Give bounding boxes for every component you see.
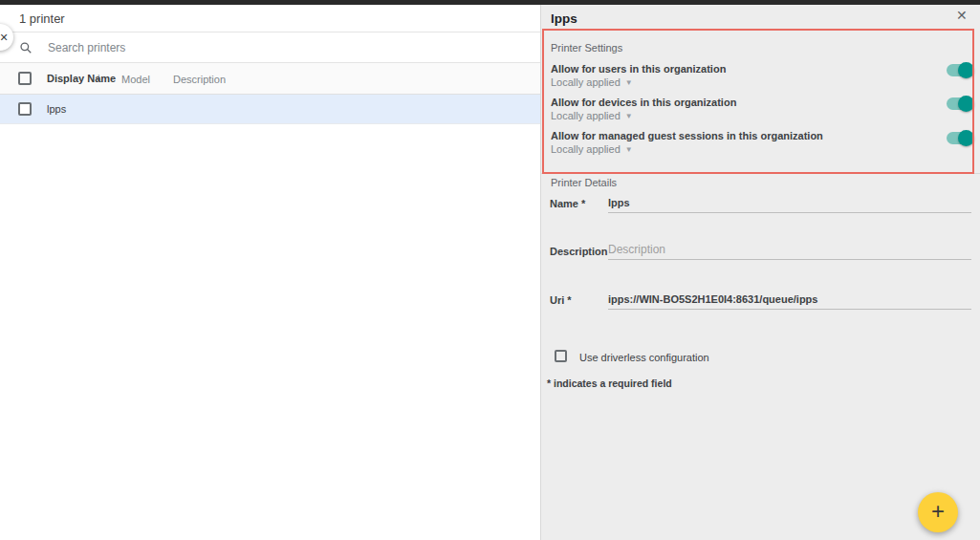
- required-field-note: * indicates a required field: [547, 378, 672, 389]
- driverless-label: Use driverless configuration: [579, 352, 709, 363]
- toggle-thumb: [958, 96, 974, 112]
- plus-icon: +: [931, 500, 945, 523]
- toggle-devices[interactable]: [947, 95, 973, 112]
- applied-text: Locally applied: [551, 110, 621, 121]
- name-input[interactable]: [608, 192, 971, 213]
- toggle-thumb: [958, 62, 974, 78]
- search-icon: [19, 41, 33, 54]
- printer-detail-panel: lpps ✕ Printer Settings Allow for users …: [540, 5, 980, 540]
- driverless-checkbox[interactable]: [555, 350, 567, 362]
- select-all-checkbox[interactable]: [18, 72, 32, 85]
- name-field-label: Name *: [550, 198, 585, 209]
- dropdown-arrow-icon: ▼: [625, 112, 633, 120]
- top-window-strip: [0, 0, 980, 5]
- search-input[interactable]: [48, 41, 430, 54]
- toggle-guest-sessions[interactable]: [947, 129, 973, 146]
- column-header-display-name[interactable]: Display Name: [47, 73, 116, 84]
- search-bar: [0, 32, 540, 63]
- description-field-label: Description: [550, 246, 608, 257]
- table-header-row: Display Name ↓ Model Description: [0, 63, 540, 95]
- toggle-thumb: [958, 130, 974, 146]
- applied-text: Locally applied: [551, 143, 621, 155]
- column-header-model[interactable]: Model: [121, 74, 150, 85]
- printer-count-label: 1 printer: [19, 11, 65, 26]
- uri-field-label: Uri *: [550, 294, 572, 306]
- printer-settings-label: Printer Settings: [551, 42, 622, 54]
- printer-row-lpps[interactable]: lpps: [0, 95, 540, 124]
- uri-input[interactable]: [608, 289, 971, 310]
- row-checkbox[interactable]: [18, 102, 32, 116]
- section-divider: [541, 173, 980, 174]
- toggle-label-users: Allow for users in this organization: [551, 63, 726, 75]
- close-icon: ✕: [0, 32, 9, 44]
- toggle-label-guest-sessions: Allow for managed guest sessions in this…: [551, 130, 823, 141]
- applied-scope-guest-sessions[interactable]: Locally applied▼: [551, 143, 633, 155]
- applied-scope-devices[interactable]: Locally applied▼: [551, 110, 633, 121]
- row-display-name[interactable]: lpps: [47, 103, 66, 115]
- sort-descending-icon[interactable]: ↓: [96, 71, 101, 84]
- dropdown-arrow-icon: ▼: [625, 78, 633, 87]
- add-printer-fab[interactable]: +: [918, 492, 958, 532]
- description-input[interactable]: [608, 239, 971, 260]
- applied-text: Locally applied: [551, 76, 621, 88]
- applied-scope-users[interactable]: Locally applied▼: [551, 76, 633, 88]
- panel-close-icon[interactable]: ✕: [956, 8, 968, 23]
- column-header-description[interactable]: Description: [173, 74, 226, 85]
- toggle-label-devices: Allow for devices in this organization: [551, 97, 736, 108]
- toggle-users[interactable]: [947, 61, 973, 78]
- printer-list-panel: 1 printer Display Name ↓ Model Descripti…: [0, 5, 540, 540]
- printer-details-label: Printer Details: [551, 177, 617, 188]
- panel-title: lpps: [551, 11, 577, 26]
- dropdown-arrow-icon: ▼: [625, 145, 633, 154]
- list-header: 1 printer: [0, 5, 540, 32]
